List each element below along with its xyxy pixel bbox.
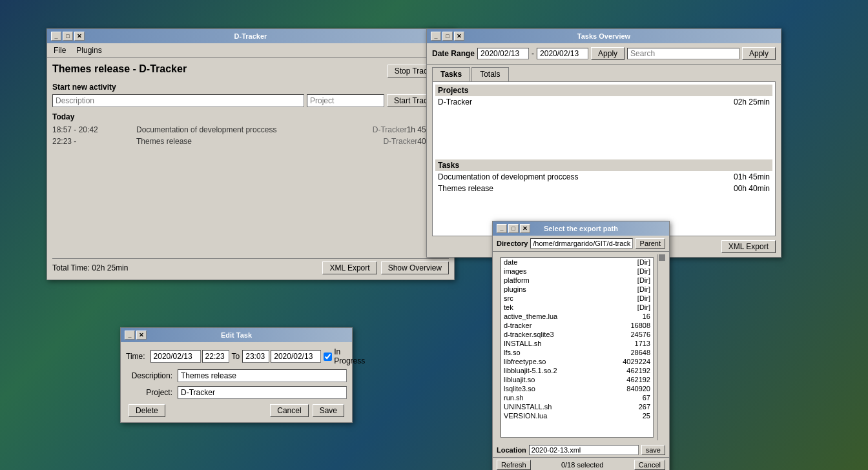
file-size: 67: [612, 394, 650, 402]
file-row[interactable]: d-tracker.sqlite324576: [501, 330, 653, 339]
scrollbar[interactable]: [657, 254, 665, 440]
projects-header: Projects: [435, 85, 772, 96]
file-row[interactable]: lfs.so28648: [501, 348, 653, 357]
directory-input[interactable]: [530, 238, 632, 249]
edit-task-controls: _ ✕: [125, 331, 147, 340]
from-date-input[interactable]: [150, 350, 201, 363]
edit-task-close[interactable]: ✕: [136, 331, 147, 340]
file-row[interactable]: plugins[Dir]: [501, 285, 653, 294]
export-cancel-button[interactable]: Cancel: [634, 460, 665, 470]
tasks-minimize[interactable]: _: [431, 32, 441, 41]
dtracker-maximize[interactable]: □: [63, 32, 73, 41]
file-size: [Dir]: [612, 303, 650, 311]
file-row[interactable]: libluajit.so462192: [501, 375, 653, 384]
menu-plugins[interactable]: Plugins: [71, 45, 107, 56]
tab-totals[interactable]: Totals: [471, 67, 508, 81]
project-input[interactable]: [307, 94, 384, 107]
project-row: Project:: [126, 386, 347, 399]
location-input[interactable]: [529, 445, 639, 455]
activity-time-1: 18:57 - 20:42: [52, 125, 136, 134]
file-size: 16808: [612, 322, 650, 329]
save-location-button[interactable]: save: [641, 445, 665, 455]
to-time-input[interactable]: [242, 350, 269, 363]
file-row[interactable]: active_theme.lua16: [501, 312, 653, 321]
search-input[interactable]: [627, 48, 739, 59]
file-row[interactable]: tek[Dir]: [501, 303, 653, 312]
file-row[interactable]: VERSION.lua25: [501, 411, 653, 420]
description-field[interactable]: [178, 369, 347, 382]
file-row[interactable]: UNINSTALL.sh267: [501, 402, 653, 411]
xml-export-button[interactable]: XML Export: [322, 261, 377, 274]
export-close[interactable]: ✕: [520, 224, 530, 233]
export-maximize[interactable]: □: [508, 224, 519, 233]
file-name: libfreetype.so: [504, 358, 612, 365]
in-progress-text: In Progress: [334, 347, 365, 365]
project-field[interactable]: [178, 386, 347, 399]
dtracker-title: D-Tracker: [85, 32, 417, 40]
new-activity-row: Start Tracking: [52, 94, 449, 107]
activity-time-2: 22:23 -: [52, 137, 136, 146]
file-row[interactable]: d-tracker16808: [501, 321, 653, 330]
file-name: libluajit.so: [504, 376, 612, 383]
refresh-row: Refresh 0/18 selected Cancel: [493, 457, 669, 470]
from-time-input[interactable]: [202, 350, 229, 363]
directory-row: Directory Parent: [493, 236, 669, 252]
dtracker-close[interactable]: ✕: [74, 32, 85, 41]
save-button[interactable]: Save: [313, 404, 344, 417]
file-row[interactable]: src[Dir]: [501, 294, 653, 303]
file-row[interactable]: lsqlite3.so840920: [501, 384, 653, 393]
activity-list: 18:57 - 20:42 Documentation of developme…: [52, 124, 449, 253]
export-path-window: _ □ ✕ Select the export path Directory P…: [492, 221, 670, 470]
dtracker-minimize[interactable]: _: [51, 32, 61, 41]
to-date-input[interactable]: [271, 350, 321, 363]
activity-project-1: D-Tracker: [373, 125, 407, 134]
file-name: lfs.so: [504, 349, 612, 356]
tasks-close[interactable]: ✕: [454, 32, 464, 41]
file-row[interactable]: INSTALL.sh1713: [501, 339, 653, 348]
date-apply-button[interactable]: Apply: [591, 47, 625, 60]
tasks-title: Tasks Overview: [464, 32, 743, 40]
date-range-label: Date Range: [432, 49, 475, 58]
dtracker-titlebar: _ □ ✕ D-Tracker: [47, 29, 454, 43]
date-to-input[interactable]: [537, 48, 588, 59]
date-from-input[interactable]: [477, 48, 529, 59]
file-name: date: [504, 258, 612, 266]
file-row[interactable]: libbluajit-5.1.so.2462192: [501, 366, 653, 375]
in-progress-checkbox[interactable]: [324, 352, 332, 361]
tasks-xml-export-button[interactable]: XML Export: [721, 240, 776, 253]
tab-content: Projects D-Tracker 02h 25min Tasks Docum…: [432, 81, 776, 236]
file-row[interactable]: libfreetype.so4029224: [501, 357, 653, 366]
file-size: 840920: [612, 385, 650, 393]
location-row: Location save: [493, 443, 669, 457]
file-size: [Dir]: [612, 285, 650, 293]
refresh-button[interactable]: Refresh: [497, 460, 531, 470]
file-row[interactable]: run.sh67: [501, 393, 653, 402]
tab-tasks[interactable]: Tasks: [432, 67, 470, 81]
dtracker-window: _ □ ✕ D-Tracker File Plugins Themes rele…: [46, 28, 455, 280]
export-title: Select the export path: [530, 225, 632, 232]
file-size: 1713: [612, 340, 650, 347]
tasks-maximize[interactable]: □: [442, 32, 453, 41]
search-apply-button[interactable]: Apply: [742, 47, 776, 60]
description-label: Description:: [126, 371, 178, 380]
show-overview-button[interactable]: Show Overview: [381, 261, 449, 274]
edit-task-btn-group: Cancel Save: [270, 404, 344, 417]
parent-button[interactable]: Parent: [636, 238, 665, 249]
file-size: [Dir]: [612, 276, 650, 284]
file-name: lsqlite3.so: [504, 385, 612, 393]
export-minimize[interactable]: _: [497, 224, 507, 233]
project-duration-1: 02h 25min: [734, 97, 770, 107]
description-input[interactable]: [52, 94, 304, 107]
file-row[interactable]: date[Dir]: [501, 258, 653, 267]
in-progress-label: In Progress: [324, 347, 365, 365]
edit-task-minimize[interactable]: _: [125, 331, 135, 340]
file-list[interactable]: date[Dir]images[Dir]platform[Dir]plugins…: [501, 257, 654, 438]
dtracker-controls: _ □ ✕: [51, 32, 85, 41]
file-row[interactable]: images[Dir]: [501, 267, 653, 276]
file-name: images: [504, 267, 612, 275]
cancel-button[interactable]: Cancel: [270, 404, 308, 417]
menu-file[interactable]: File: [48, 45, 71, 56]
file-row[interactable]: platform[Dir]: [501, 276, 653, 285]
total-row: Total Time: 02h 25min XML Export Show Ov…: [52, 258, 449, 274]
delete-button[interactable]: Delete: [129, 404, 165, 417]
